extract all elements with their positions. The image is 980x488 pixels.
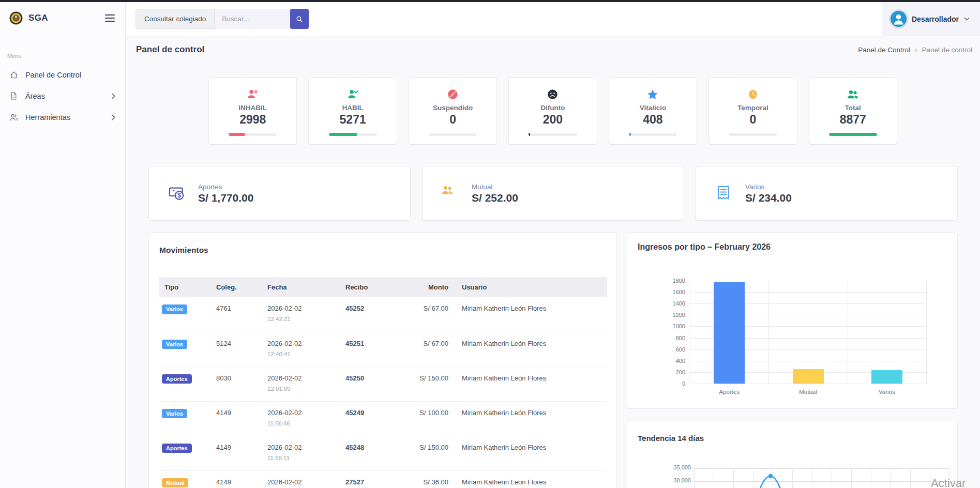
col-monto: Monto: [408, 277, 459, 297]
page-title: Panel de control: [136, 44, 204, 55]
stat-value: 5271: [309, 113, 396, 127]
bar-gridline-v: [768, 281, 769, 384]
money-value: S/ 234.00: [745, 192, 792, 204]
person-check-icon: [309, 88, 396, 101]
consult-colegiado-button[interactable]: Consultar colegiado: [135, 9, 215, 29]
home-icon: [9, 70, 19, 80]
star-icon: [609, 88, 697, 101]
fecha-date: 2026-02-02: [267, 340, 345, 347]
cell-coleg: 8030: [216, 367, 267, 401]
ban-icon: [409, 88, 496, 101]
cell-monto: S/ 67.00: [408, 332, 459, 367]
sidebar: SGA Menu Panel de ControlÁreasHerramient…: [0, 2, 126, 488]
sidebar-item-panel-de-control[interactable]: Panel de Control: [0, 64, 125, 85]
col-recibo: Recibo: [345, 277, 408, 297]
movimientos-card: Movimientos Tipo Coleg. Fecha Recibo Mon…: [148, 232, 617, 488]
ingresos-chart-card: Ingresos por tipo – February 2026 020040…: [627, 232, 958, 408]
users-icon: [9, 113, 19, 122]
search-group: Consultar colegiado: [135, 9, 309, 29]
sidebar-item--reas[interactable]: Áreas: [0, 85, 125, 106]
progress-track: [429, 133, 477, 136]
progress-track: [529, 133, 577, 136]
cell-tipo: Mutual: [159, 470, 216, 488]
stat-card-habil: HABIL5271: [308, 77, 397, 145]
progress-fill: [829, 133, 877, 136]
file-icon: [9, 91, 19, 101]
table-row: Varios41492026-02-0211:56:4645249S/ 100.…: [159, 401, 607, 436]
trend-line: [627, 421, 958, 488]
fecha-time: 12:42:21: [267, 316, 345, 322]
breadcrumb-parent[interactable]: Panel de Control: [858, 46, 910, 54]
cell-tipo: Varios: [159, 401, 216, 436]
fecha-time: 12:01:09: [267, 386, 345, 392]
stat-card-difunto: Difunto200: [508, 77, 597, 145]
progress-track: [729, 133, 777, 136]
stat-value: 2998: [209, 113, 296, 127]
cell-fecha: 2026-02-0211:56:46: [267, 401, 345, 436]
bar-gridline-v: [690, 281, 690, 384]
user-menu[interactable]: Desarrollador: [882, 2, 980, 36]
stat-card-vitalicio: Vitalicio408: [609, 77, 697, 145]
bar-gridline-v: [848, 281, 848, 384]
table-row: Varios47612026-02-0212:42:2145252S/ 67.0…: [159, 297, 607, 332]
chevron-right-icon: [111, 114, 116, 120]
col-fecha: Fecha: [267, 277, 345, 297]
bar-xtick-label: Varios: [864, 389, 910, 395]
money-value: S/ 252.00: [472, 192, 518, 204]
cell-usuario: Miriam Katherin León Flores: [459, 332, 607, 367]
bar-aportes: [714, 282, 745, 384]
stat-value: 8877: [809, 113, 897, 127]
money-icon: $: [168, 184, 186, 203]
sidebar-nav: Panel de ControlÁreasHerramientas: [0, 64, 125, 128]
stat-label: Suspendido: [409, 104, 496, 112]
breadcrumb: Panel de Control › Panel de control: [858, 45, 972, 54]
sidebar-item-herramientas[interactable]: Herramientas: [0, 106, 125, 128]
stat-value: 200: [509, 113, 596, 127]
cell-monto: S/ 100.00: [408, 401, 459, 436]
title-row: Panel de control Panel de Control › Pane…: [126, 36, 980, 55]
brand-row: SGA: [0, 2, 125, 34]
cell-fecha: 2026-02-0212:40:41: [267, 332, 345, 367]
money-row: $AportesS/ 1,770.00MutualS/ 252.00Varios…: [148, 166, 958, 221]
chevron-down-icon: [964, 17, 970, 21]
clock-icon: [709, 88, 796, 101]
search-icon: [295, 15, 304, 23]
bar-ytick-label: 200: [659, 369, 685, 375]
search-input[interactable]: [215, 9, 290, 29]
sidebar-item-label: Áreas: [25, 92, 45, 100]
progress-track: [629, 133, 677, 136]
stat-card-inhabil: INHABIL2998: [208, 77, 297, 145]
table-row: Varios51242026-02-0212:40:4145251S/ 67.0…: [159, 332, 607, 367]
stat-value: 0: [409, 113, 496, 127]
person-x-icon: [209, 88, 296, 101]
receipt-icon: [715, 184, 733, 203]
table-row: Aportes41492026-02-0211:56:1145248S/ 150…: [159, 436, 607, 470]
cell-recibo: 45251: [345, 332, 408, 367]
col-tipo: Tipo: [159, 277, 216, 297]
table-row: Aportes80302026-02-0212:01:0945250S/ 150…: [159, 367, 607, 401]
cell-fecha: 2026-02-0212:42:21: [267, 297, 345, 332]
bar-gridline-h: [690, 281, 926, 281]
cell-coleg: 4149: [216, 470, 267, 488]
money-value: S/ 1,770.00: [198, 192, 253, 204]
bar-varios: [871, 370, 902, 384]
fecha-date: 2026-02-02: [267, 409, 345, 417]
money-text: MutualS/ 252.00: [472, 183, 518, 204]
money-label: Mutual: [472, 183, 518, 191]
app: SGA Menu Panel de ControlÁreasHerramient…: [0, 2, 980, 488]
cell-tipo: Aportes: [159, 436, 216, 470]
stat-label: INHABIL: [209, 104, 296, 112]
cell-coleg: 5124: [216, 332, 267, 367]
ingresos-chart-title: Ingresos por tipo – February 2026: [638, 242, 771, 252]
cell-usuario: Miriam Katherin León Flores: [459, 401, 607, 436]
tipo-badge: Aportes: [162, 444, 192, 453]
bar-xtick-label: Aportes: [706, 389, 752, 395]
cell-fecha: 2026-02-0211:56:11: [267, 436, 345, 470]
search-button[interactable]: [290, 9, 309, 29]
col-usuario: Usuario: [459, 277, 607, 297]
cell-usuario: Miriam Katherin León Flores: [459, 470, 607, 488]
cell-fecha: 2026-02-02: [267, 470, 345, 488]
hamburger-menu-icon[interactable]: [105, 12, 115, 24]
cell-recibo: 45250: [345, 367, 408, 401]
bar-gridline-h: [690, 384, 926, 384]
